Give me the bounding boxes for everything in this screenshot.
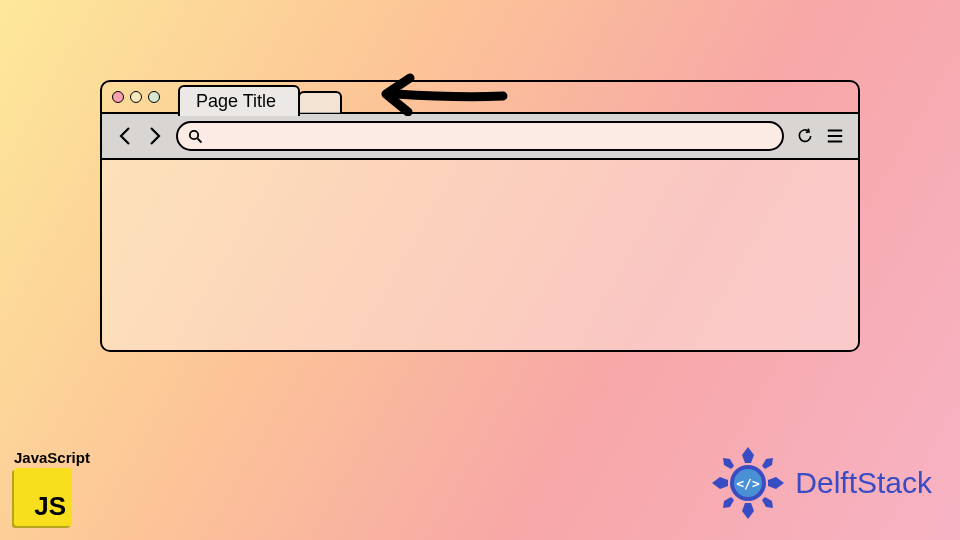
chevron-left-icon [118, 126, 132, 146]
browser-window: Page Title [100, 80, 860, 352]
refresh-button[interactable] [796, 124, 814, 148]
browser-tab-inactive[interactable] [298, 91, 342, 113]
maximize-window-button[interactable] [148, 91, 160, 103]
javascript-badge: JS [14, 468, 72, 526]
browser-content-area [102, 160, 858, 350]
brand-name: DelftStack [795, 466, 932, 500]
svg-point-0 [190, 130, 198, 138]
chevron-right-icon [148, 126, 162, 146]
browser-toolbar [102, 112, 858, 160]
javascript-badge-text: JS [34, 491, 66, 522]
close-window-button[interactable] [112, 91, 124, 103]
annotation-arrow-icon [378, 70, 508, 116]
window-controls [112, 91, 160, 103]
address-bar[interactable] [176, 121, 784, 151]
hamburger-menu-icon [826, 127, 844, 145]
svg-line-1 [198, 138, 202, 142]
refresh-icon [796, 125, 814, 147]
back-button[interactable] [116, 124, 134, 148]
search-icon [188, 129, 203, 144]
javascript-logo: JavaScript JS [14, 449, 90, 526]
browser-tab-active[interactable]: Page Title [178, 85, 300, 116]
tab-title: Page Title [196, 91, 276, 111]
menu-button[interactable] [826, 124, 844, 148]
minimize-window-button[interactable] [130, 91, 142, 103]
brand-logo: </> DelftStack [709, 444, 932, 522]
forward-button[interactable] [146, 124, 164, 148]
svg-text:</>: </> [737, 476, 761, 491]
brand-mandala-icon: </> [709, 444, 787, 522]
javascript-label: JavaScript [14, 449, 90, 466]
